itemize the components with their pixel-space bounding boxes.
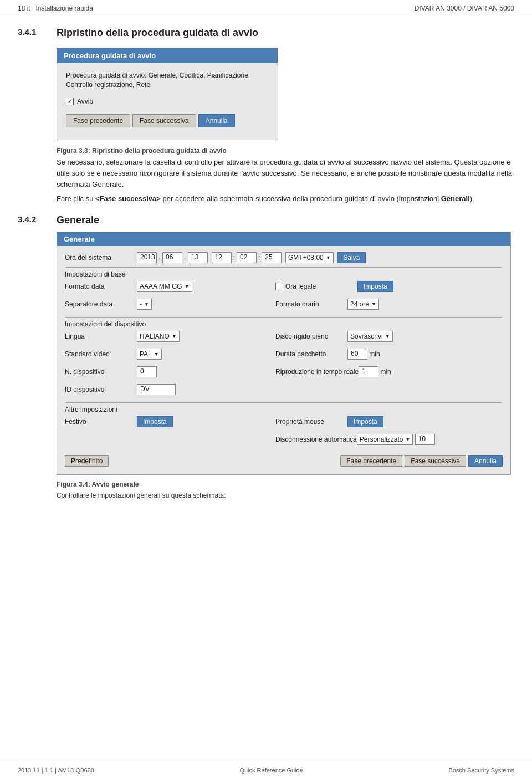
fase-successiva-btn-341[interactable]: Fase successiva [132,114,196,127]
ndev-row: N. dispositivo 0 [65,366,275,378]
fase-precedente-btn-341[interactable]: Fase precedente [66,114,130,127]
formato-orario-row: Formato orario 24 ore ▼ [275,298,503,310]
time-hour-input[interactable]: 12 [212,252,232,263]
sep-data-dropdown[interactable]: - ▼ [137,299,152,310]
formato-data-dropdown[interactable]: AAAA MM GG ▼ [137,281,192,292]
annulla-btn-342[interactable]: Annulla [468,455,503,467]
date-sep1: - [158,254,161,262]
section-342-title: Generale [57,214,99,226]
date-year-input[interactable]: 2013 [137,252,157,263]
timezone-dropdown[interactable]: GMT+08:00 ▼ [285,252,334,263]
imposta-festivo-btn[interactable]: Imposta [137,416,173,427]
mouse-row: Proprietà mouse Imposta [275,416,503,428]
date-day-input[interactable]: 13 [188,252,208,263]
iddev-input[interactable]: DV [137,384,176,395]
main-content: 3.4.1 Ripristino della procedura guidata… [0,16,532,510]
lingua-dropdown[interactable]: ITALIANO ▼ [137,331,180,342]
durata-input[interactable]: 60 [347,349,367,360]
festivo-mouse-row: Festivo Imposta Proprietà mouse Imposta [65,416,503,431]
ndev-input[interactable]: 0 [137,366,157,377]
page-header: 18 it | Installazione rapida DIVAR AN 30… [0,0,532,16]
footer-right: Bosch Security Systems [448,767,514,774]
formato-ora-row: Formato data AAAA MM GG ▼ Ora legale Imp… [65,280,503,296]
para2-suffix: per accedere alla schermata successiva d… [161,194,441,203]
ora-sistema-row: Ora del sistema 2013 - 06 - 13 12 : 02 :… [65,252,503,264]
mouse-label: Proprietà mouse [275,418,347,426]
ora-legale-checkbox[interactable] [275,283,283,290]
ndev-label: N. dispositivo [65,368,137,376]
disconn-col: Disconnessione automatica Personalizzato… [275,433,503,449]
iddev-col: ID dispositivo DV [65,383,275,399]
disco-col: Disco rigido pieno Sovrascrivi ▼ [275,330,503,346]
bottom-text: Controllare le impostazioni generali su … [57,492,226,499]
sep-data-arrow: ▼ [144,301,149,307]
festivo-col: Festivo Imposta [65,416,275,431]
ora-sistema-label: Ora del sistema [65,254,137,262]
disco-row: Disco rigido pieno Sovrascrivi ▼ [275,330,503,342]
imposta-mouse-btn[interactable]: Imposta [347,416,383,427]
divider-base [65,267,503,268]
generale-body: Ora del sistema 2013 - 06 - 13 12 : 02 :… [57,246,510,474]
disconn-row: Disconnessione automatica Personalizzato… [275,433,503,446]
avvio-checkbox[interactable]: ✓ [66,98,74,105]
date-month-input[interactable]: 06 [162,252,182,263]
divider-device [65,317,503,318]
body-para-341: Se necessario, selezionare la casella di… [57,157,514,190]
imposta-ora-btn[interactable]: Imposta [357,281,393,292]
time-min-input[interactable]: 02 [237,252,257,263]
figure-caption-34: Figura 3.4: Avvio generale [57,480,514,488]
salva-btn[interactable]: Salva [337,252,366,263]
sep-formato-row: Separatore data - ▼ Formato orario 24 or… [65,298,503,314]
page-footer: 2013.11 | 1.1 | AM18-Q0668 Quick Referen… [0,762,532,778]
annulla-btn-341[interactable]: Annulla [198,114,235,127]
time-sep2: : [258,254,260,262]
timezone-arrow: ▼ [326,255,331,260]
lingua-arrow: ▼ [172,334,177,339]
formato-orario-value: 24 ore [350,300,369,308]
dialog-341-titlebar: Procedura guidata di avvio [57,48,278,63]
footer-center: Quick Reference Guide [239,767,303,774]
ndev-col: N. dispositivo 0 [65,366,275,381]
lingua-col: Lingua ITALIANO ▼ [65,330,275,346]
festivo-label: Festivo [65,418,137,426]
riprod-input[interactable]: 1 [359,366,378,377]
riprod-unit: min [380,368,391,376]
lingua-value: ITALIANO [140,332,170,340]
iddev-label: ID dispositivo [65,386,137,393]
para2-bold2: Generali [441,194,470,203]
time-sec-input[interactable]: 25 [262,252,282,263]
video-arrow: ▼ [154,351,159,357]
figure-caption-33: Figura 3.3: Ripristino della procedura g… [57,147,514,155]
predefinito-btn[interactable]: Predefinito [65,455,109,467]
ora-legale-col: Ora legale Imposta [275,280,503,296]
disconn-value: Personalizzato [360,436,403,443]
video-col: Standard video PAL ▼ [65,348,275,364]
para1-text: Se necessario, selezionare la casella di… [57,158,512,188]
generale-screenshot: Generale Ora del sistema 2013 - 06 - 13 … [57,232,511,475]
video-dropdown[interactable]: PAL ▼ [137,349,162,360]
video-label: Standard video [65,350,137,358]
section-341-heading: 3.4.1 Ripristino della procedura guidata… [18,27,514,39]
lingua-label: Lingua [65,332,137,340]
divider-altre [65,402,503,403]
fase-successiva-btn-342[interactable]: Fase successiva [405,455,466,467]
disco-dropdown[interactable]: Sovrascrivi ▼ [347,331,393,342]
riprod-col: Riproduzione in tempo reale 1 min [275,366,503,381]
disco-value: Sovrascrivi [350,332,383,340]
video-durata-row: Standard video PAL ▼ Durata pacchetto 60… [65,348,503,364]
formato-data-label: Formato data [65,283,137,290]
para2-bold: <Fase successiva> [95,194,161,203]
sep-data-col: Separatore data - ▼ [65,298,275,314]
disconn-num-input[interactable]: 10 [415,434,435,445]
disco-label: Disco rigido pieno [275,332,347,340]
disconn-dropdown[interactable]: Personalizzato ▼ [357,434,413,445]
formato-orario-dropdown[interactable]: 24 ore ▼ [347,299,379,310]
festivo-row: Festivo Imposta [65,416,275,428]
formato-data-value: AAAA MM GG [140,283,182,290]
lingua-row: Lingua ITALIANO ▼ [65,330,275,342]
sep-data-value: - [140,300,142,308]
sep-data-row: Separatore data - ▼ [65,298,275,310]
fase-precedente-btn-342[interactable]: Fase precedente [340,455,402,467]
header-left: 18 it | Installazione rapida [18,4,93,12]
durata-col: Durata pacchetto 60 min [275,348,503,364]
